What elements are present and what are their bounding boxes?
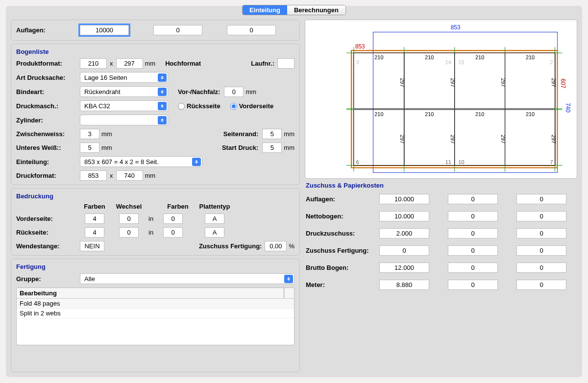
df-h-input[interactable] xyxy=(116,170,143,181)
zp-value-input[interactable] xyxy=(516,211,566,221)
list-item[interactable]: Fold 48 pages xyxy=(17,299,294,309)
seit-label: Seitenrand: xyxy=(223,130,259,138)
svg-text:210: 210 xyxy=(526,54,535,60)
vs-farben2-input[interactable] xyxy=(163,214,183,224)
zp-row-label: Brutto Bogen: xyxy=(306,264,379,271)
zw-input[interactable] xyxy=(80,129,99,139)
vs-wechsel-input[interactable] xyxy=(119,214,139,224)
vorderseite-label: Vorderseite xyxy=(239,102,274,110)
fertigung-list[interactable]: Bearbeitung Fold 48 pagesSplit in 2 webs xyxy=(16,287,294,345)
eint-select[interactable]: 853 x 607 = 4 x 2 = 8 Seit. xyxy=(80,156,202,167)
sd-input[interactable] xyxy=(262,143,282,153)
rs-farben-input[interactable] xyxy=(85,227,104,238)
zp-value-input[interactable] xyxy=(379,194,429,204)
vs-farben-input[interactable] xyxy=(85,214,104,224)
df-unit: mm xyxy=(145,172,156,179)
vorderseite-radio[interactable] xyxy=(230,103,237,110)
zf-input[interactable] xyxy=(265,241,287,251)
gruppe-select[interactable]: Alle xyxy=(80,273,294,284)
tab-bar: Einteilung Berechnungen xyxy=(242,5,346,15)
zp-value-input[interactable] xyxy=(379,211,429,221)
svg-text:7: 7 xyxy=(550,159,553,165)
zp-value-input[interactable] xyxy=(448,263,498,273)
wende-input[interactable] xyxy=(80,241,104,251)
laufnr-label: Laufnr.: xyxy=(251,60,274,67)
zyl-select[interactable] xyxy=(80,115,168,125)
zp-value-input[interactable] xyxy=(516,228,566,239)
zp-value-input[interactable] xyxy=(448,194,498,204)
zp-value-input[interactable] xyxy=(516,245,566,256)
svg-text:297: 297 xyxy=(551,135,557,144)
chevron-updown-icon xyxy=(192,158,201,166)
zyl-label: Zylinder: xyxy=(16,117,80,124)
zp-value-input[interactable] xyxy=(448,228,498,239)
svg-rect-10 xyxy=(505,53,555,109)
zf-unit: % xyxy=(289,242,294,250)
orientation-label: Hochformat xyxy=(165,60,201,67)
zp-row-label: Druckzuschuss: xyxy=(306,230,379,237)
df-w-input[interactable] xyxy=(80,170,107,181)
uw-input[interactable] xyxy=(80,143,99,153)
zp-row-label: Zuschuss Fertigung: xyxy=(306,247,379,254)
seit-unit: mm xyxy=(284,130,294,138)
vs-platten-input[interactable] xyxy=(205,214,224,224)
svg-text:853: 853 xyxy=(451,24,461,31)
list-item[interactable]: Split in 2 webs xyxy=(17,309,294,318)
rs-farben2-input[interactable] xyxy=(163,227,183,238)
zp-row-label: Nettobogen: xyxy=(306,213,379,220)
svg-text:297: 297 xyxy=(450,78,456,87)
auflagen-1-input[interactable] xyxy=(80,25,129,35)
zp-value-input[interactable] xyxy=(448,245,498,256)
zp-value-input[interactable] xyxy=(448,211,498,221)
laufnr-input[interactable] xyxy=(277,58,294,69)
svg-text:297: 297 xyxy=(551,78,557,87)
art-select[interactable]: Lage 16 Seiten xyxy=(80,72,168,83)
masch-label: Druckmasch.: xyxy=(16,102,80,110)
svg-text:740: 740 xyxy=(564,103,571,113)
vornachfalz-input[interactable] xyxy=(224,87,244,97)
auflagen-2-input[interactable] xyxy=(153,25,202,35)
zp-value-input[interactable] xyxy=(516,280,566,290)
seit-input[interactable] xyxy=(262,129,282,139)
chevron-updown-icon xyxy=(158,88,167,96)
chevron-updown-icon xyxy=(284,275,293,283)
produktformat-h-input[interactable] xyxy=(116,58,143,69)
rueckseite-radio[interactable] xyxy=(178,103,185,110)
zp-value-input[interactable] xyxy=(448,280,498,290)
tab-einteilung[interactable]: Einteilung xyxy=(243,5,287,15)
bogenliste-panel: Bogenliste Produktformat: x mm Hochforma… xyxy=(11,44,300,185)
df-label: Druckformat: xyxy=(16,172,80,179)
bedruckung-title: Bedruckung xyxy=(16,192,294,200)
bind-select[interactable]: Rückendraht xyxy=(80,86,168,97)
auflagen-3-input[interactable] xyxy=(227,25,276,35)
rs-wechsel-input[interactable] xyxy=(119,227,139,238)
auflagen-label: Auflagen: xyxy=(16,26,80,34)
zp-value-input[interactable] xyxy=(516,263,566,273)
svg-text:297: 297 xyxy=(450,135,456,144)
svg-text:210: 210 xyxy=(425,54,434,60)
zp-value-input[interactable] xyxy=(379,280,429,290)
produktformat-w-input[interactable] xyxy=(80,58,107,69)
svg-text:210: 210 xyxy=(475,54,484,60)
zp-value-input[interactable] xyxy=(379,228,429,239)
vornachfalz-unit: mm xyxy=(245,88,256,96)
svg-text:210: 210 xyxy=(374,111,383,117)
masch-select[interactable]: KBA C32 xyxy=(80,100,168,111)
svg-text:210: 210 xyxy=(425,111,434,117)
fertigung-title: Fertigung xyxy=(16,263,294,270)
sd-label: Start Druck: xyxy=(222,144,258,151)
fertigung-col-header: Bearbeitung xyxy=(17,288,294,299)
vs-label: Vorderseite: xyxy=(16,215,80,222)
zp-value-input[interactable] xyxy=(516,194,566,204)
svg-text:297: 297 xyxy=(500,135,506,144)
tab-berechnungen[interactable]: Berechnungen xyxy=(287,5,345,15)
rs-in: in xyxy=(148,229,153,236)
svg-rect-13 xyxy=(455,110,505,166)
zuschuss-panel: Zuschuss & Papierkosten Auflagen:Nettobo… xyxy=(305,182,577,372)
svg-text:10: 10 xyxy=(458,159,464,165)
rs-platten-input[interactable] xyxy=(205,227,224,238)
zp-value-input[interactable] xyxy=(379,245,429,256)
zp-value-input[interactable] xyxy=(379,263,429,273)
bogenliste-title: Bogenliste xyxy=(16,48,294,55)
gruppe-label: Gruppe: xyxy=(16,275,80,283)
